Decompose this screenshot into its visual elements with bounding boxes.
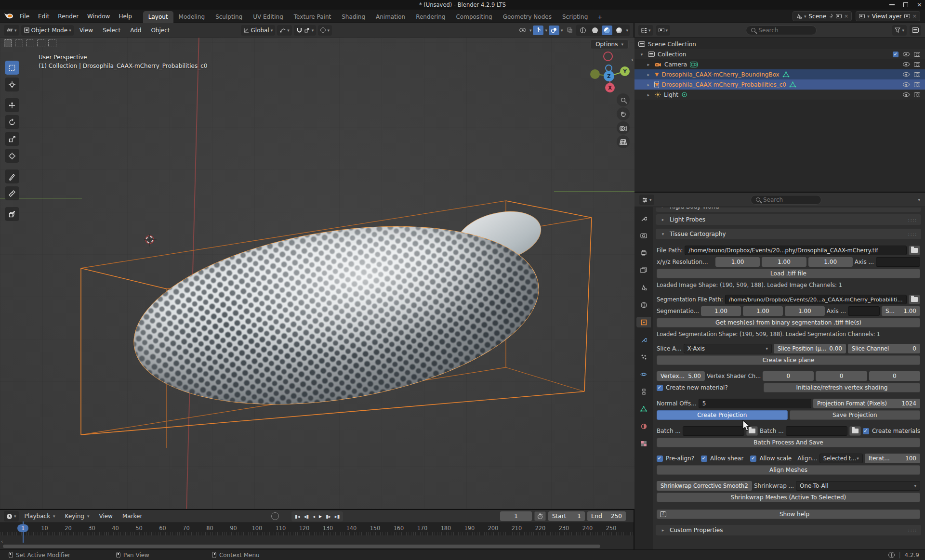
tab-shading[interactable]: Shading <box>336 11 370 23</box>
disable-in-renders-icon[interactable] <box>914 62 920 67</box>
seg-resolution-y-field[interactable]: 1.00 <box>743 306 783 316</box>
show-help-button[interactable]: Show help <box>657 509 920 519</box>
close-button[interactable]: × <box>917 2 922 7</box>
transform-orientation-dropdown[interactable]: Global ▾ <box>241 25 276 36</box>
tab-sculpting[interactable]: Sculpting <box>210 11 248 23</box>
seg-scale-field[interactable]: S...1.00 <box>882 306 920 316</box>
play-button[interactable]: ▸ <box>317 513 323 520</box>
vertex-shader-b-field[interactable]: 0 <box>869 371 920 381</box>
tab-world[interactable] <box>636 300 651 310</box>
panel-light-probes[interactable]: ▸ Light Probes :::: <box>656 214 921 225</box>
auto-keying-toggle[interactable] <box>271 512 279 520</box>
next-keyframe-button[interactable]: ▮▸ <box>324 514 332 519</box>
tab-physics[interactable] <box>636 369 651 379</box>
allow-shear-checkbox[interactable]: Allow shear <box>701 455 743 462</box>
measure-tool[interactable] <box>5 186 19 200</box>
timeline-scrollbar[interactable] <box>0 544 634 549</box>
batch1-input[interactable] <box>683 426 744 436</box>
expand-icon[interactable]: ▸ <box>645 92 652 97</box>
timeline-track-area[interactable] <box>0 535 634 544</box>
menu-view[interactable]: View <box>95 513 116 520</box>
tab-texture-paint[interactable]: Texture Paint <box>289 11 336 23</box>
tab-modifiers[interactable] <box>636 334 651 345</box>
shading-material-preview-button[interactable] <box>602 26 612 35</box>
align-dropdown[interactable]: Selected t...▾ <box>819 454 863 463</box>
shading-wireframe-button[interactable] <box>578 26 588 35</box>
playhead-badge[interactable]: 1 <box>17 524 28 532</box>
transform-tool[interactable] <box>5 149 19 163</box>
rotate-tool[interactable] <box>5 115 19 129</box>
annotate-tool[interactable] <box>5 169 19 183</box>
mode-dropdown[interactable]: Object Mode ▾ <box>21 25 74 36</box>
expand-icon[interactable]: ▸ <box>645 72 652 77</box>
hide-in-viewport-icon[interactable] <box>903 72 910 77</box>
add-workspace-button[interactable]: + <box>593 12 607 23</box>
current-frame-field[interactable]: 1 <box>500 511 532 521</box>
batch2-browse-button[interactable] <box>849 426 861 436</box>
tab-texture[interactable] <box>636 438 651 449</box>
hide-in-viewport-icon[interactable] <box>903 92 910 97</box>
segmentation-browse-button[interactable] <box>909 295 920 304</box>
outliner-display-mode-button[interactable]: ▾ <box>656 25 671 36</box>
tab-tool[interactable] <box>636 213 651 223</box>
resolution-z-field[interactable]: 1.00 <box>808 257 853 267</box>
slice-channel-field[interactable]: Slice Channel0 <box>848 344 920 353</box>
cursor-tool[interactable] <box>5 78 19 91</box>
file-path-input[interactable]: /home/bruno/Dropbox/Events/20...phy/Dros… <box>685 246 907 255</box>
outliner-row-camera[interactable]: ▸ Camera <box>634 59 925 69</box>
vertex-shader-g-field[interactable]: 0 <box>816 371 867 381</box>
resolution-y-field[interactable]: 1.00 <box>762 257 806 267</box>
tab-modeling[interactable]: Modeling <box>173 11 211 23</box>
outliner-search[interactable] <box>746 26 817 35</box>
tab-output[interactable] <box>636 247 651 258</box>
show-overlays-toggle[interactable] <box>549 26 559 35</box>
shading-rendered-button[interactable] <box>614 26 624 35</box>
blender-logo-icon[interactable] <box>4 12 13 21</box>
prealign-checkbox[interactable]: Pre-align? <box>657 455 694 462</box>
menu-window[interactable]: Window <box>83 13 114 20</box>
chevron-down-icon[interactable]: ▾ <box>918 197 920 202</box>
menu-help[interactable]: Help <box>114 13 136 20</box>
axis-input[interactable] <box>876 257 920 267</box>
menu-keying[interactable]: Keying▾ <box>61 513 93 520</box>
outliner-row-boundingbox[interactable]: ▸ ▼ Drosophila_CAAX-mCherry_BoundingBox <box>634 69 925 79</box>
menu-object[interactable]: Object <box>147 27 173 34</box>
timeline-editor-type-button[interactable]: ▾ <box>4 511 19 521</box>
shrinkwrap-meshes-button[interactable]: Shrinkwrap Meshes (Active To Selected) <box>657 493 920 502</box>
show-visibility-dropdown[interactable] <box>517 26 528 35</box>
frame-end-field[interactable]: End250 <box>587 511 626 521</box>
outliner-row-light[interactable]: ▸ Light <box>634 90 925 100</box>
stopwatch-icon[interactable] <box>534 511 546 521</box>
outliner-row-probabilities[interactable]: ▸ ▼ Drosophila_CAAX-mCherry_Probabilitie… <box>634 79 925 90</box>
maximize-button[interactable] <box>903 2 908 7</box>
batch2-input[interactable] <box>786 426 847 436</box>
tab-uv-editing[interactable]: UV Editing <box>248 11 289 23</box>
toggle-xray-button[interactable] <box>564 26 575 35</box>
file-browse-button[interactable] <box>909 246 920 255</box>
timeline-ruler[interactable]: 1020304050607080901001101201301401501601… <box>0 522 634 535</box>
tab-scene[interactable] <box>636 282 651 293</box>
tab-rendering[interactable]: Rendering <box>410 11 450 23</box>
tab-view-layer[interactable] <box>636 265 651 275</box>
unlink-scene-icon[interactable]: × <box>844 13 848 19</box>
outliner-row-scene-collection[interactable]: Scene Collection <box>634 39 925 49</box>
seg-resolution-x-field[interactable]: 1.00 <box>701 306 741 316</box>
frame-start-field[interactable]: Start1 <box>548 511 585 521</box>
menu-edit[interactable]: Edit <box>34 13 53 20</box>
init-vertex-shading-button[interactable]: Initialize/refresh vertex shading <box>764 383 920 392</box>
iterations-field[interactable]: Iterat...100 <box>865 454 920 463</box>
load-tiff-button[interactable]: Load .tiff file <box>657 269 920 278</box>
collection-exclude-checkbox[interactable] <box>893 52 899 57</box>
minimize-button[interactable] <box>889 4 895 5</box>
proportional-editing-controls[interactable]: ▾ <box>318 25 332 36</box>
show-gizmo-toggle[interactable] <box>533 26 543 35</box>
tab-geometry-nodes[interactable]: Geometry Nodes <box>498 11 557 23</box>
panel-tissue-cartography[interactable]: ▾ Tissue Cartography :::: <box>656 229 921 239</box>
properties-search-input[interactable] <box>763 196 816 203</box>
viewlayer-selector[interactable]: ▾ ViewLayer × <box>856 11 920 21</box>
panel-custom-properties[interactable]: ▸ Custom Properties :::: <box>656 525 921 535</box>
vertex-field[interactable]: Vertex...5.00 <box>657 371 705 381</box>
shrinkwrap-smooth-field[interactable]: Shrinkwrap Corrective Smooth2 <box>657 481 752 491</box>
create-materials-checkbox[interactable]: Create materials <box>863 428 920 434</box>
vertex-shader-r-field[interactable]: 0 <box>763 371 814 381</box>
